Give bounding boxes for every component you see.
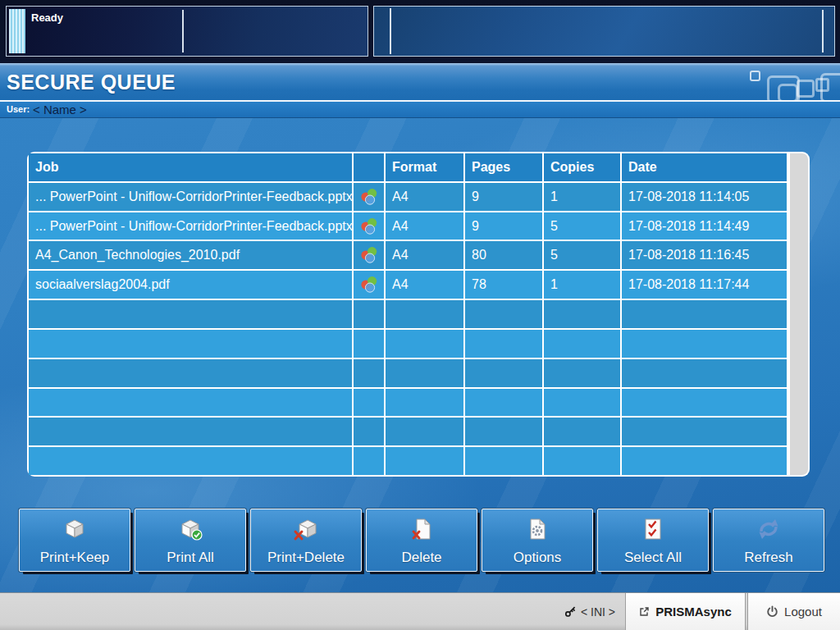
job-name-cell[interactable]: ... PowerPoint - Uniflow-CorridorPrinter…	[29, 212, 352, 240]
footer-bar: < INI > PRISMAsync Logout	[0, 592, 840, 630]
empty-cell	[622, 330, 787, 358]
job-date-cell[interactable]: 17-08-2018 11:14:49	[622, 212, 787, 240]
empty-cell	[622, 359, 787, 387]
column-header-format: Format	[386, 153, 463, 181]
prismasync-label: PRISMAsync	[655, 605, 732, 619]
refresh-icon	[756, 515, 782, 543]
user-bar: User: < Name >	[0, 102, 840, 118]
button-label: Options	[514, 550, 562, 566]
color-job-icon	[359, 217, 379, 235]
job-type-cell[interactable]	[354, 271, 384, 299]
print-keep-button[interactable]: Print+Keep	[19, 509, 130, 572]
panel-divider	[822, 10, 824, 52]
empty-cell	[354, 359, 384, 387]
user-name: < Name >	[33, 103, 87, 116]
color-job-icon	[359, 276, 379, 294]
empty-cell	[544, 389, 620, 417]
job-date-cell[interactable]: 17-08-2018 11:14:05	[622, 183, 787, 211]
empty-cell	[544, 447, 620, 475]
job-copies-cell[interactable]: 1	[544, 271, 620, 299]
job-copies-cell[interactable]: 5	[544, 212, 620, 240]
column-header-date: Date	[622, 153, 787, 181]
ini-label: < INI >	[581, 605, 615, 619]
window-decoration	[778, 84, 798, 100]
empty-cell	[354, 300, 384, 328]
secondary-status-panel	[373, 6, 835, 57]
empty-cell	[465, 359, 542, 387]
empty-cell	[354, 418, 384, 445]
printer-check-icon	[176, 515, 204, 543]
empty-cell	[544, 418, 620, 445]
job-copies-cell[interactable]: 1	[544, 183, 620, 211]
window-decoration	[797, 80, 815, 98]
delete-button[interactable]: Delete	[366, 509, 477, 572]
button-label: Select All	[624, 550, 682, 566]
prismasync-button[interactable]: PRISMAsync	[625, 593, 746, 630]
job-pages-cell[interactable]: 80	[465, 241, 542, 269]
status-strip: Ready	[0, 0, 840, 63]
button-label: Refresh	[744, 550, 793, 566]
job-format-cell[interactable]: A4	[386, 212, 463, 240]
external-link-icon	[639, 606, 650, 617]
column-header-icon	[354, 153, 384, 181]
logout-button[interactable]: Logout	[747, 593, 840, 630]
job-format-cell[interactable]: A4	[386, 241, 463, 269]
table-scrollbar[interactable]	[790, 153, 808, 475]
color-job-icon	[359, 246, 379, 264]
logout-label: Logout	[784, 605, 822, 619]
job-format-cell[interactable]: A4	[386, 183, 463, 211]
column-header-pages: Pages	[465, 153, 542, 181]
jobs-table: Job Format Pages Copies Date ... PowerPo…	[27, 152, 810, 477]
printer-delete-icon	[292, 515, 320, 543]
options-button[interactable]: Options	[482, 509, 593, 572]
printer-icon	[61, 515, 89, 543]
empty-cell	[386, 359, 463, 387]
select-all-button[interactable]: Select All	[597, 509, 709, 572]
power-icon	[766, 605, 778, 618]
empty-cell	[354, 330, 384, 358]
status-stripes-icon	[9, 9, 25, 53]
user-label: User:	[7, 104, 30, 114]
column-header-copies: Copies	[544, 153, 620, 181]
panel-divider	[390, 8, 391, 54]
job-date-cell[interactable]: 17-08-2018 11:16:45	[622, 241, 787, 269]
empty-cell	[386, 300, 463, 328]
empty-cell	[544, 330, 620, 358]
print-all-button[interactable]: Print All	[135, 509, 246, 572]
refresh-button[interactable]: Refresh	[713, 509, 824, 572]
action-button-bar: Print+Keep Print All Print+Delete Delete	[19, 509, 824, 572]
key-icon	[564, 605, 577, 618]
checklist-icon	[641, 515, 664, 543]
job-copies-cell[interactable]: 5	[544, 241, 620, 269]
empty-cell	[622, 418, 787, 445]
job-format-cell[interactable]: A4	[386, 271, 463, 299]
title-bar: SECURE QUEUE	[0, 63, 840, 100]
job-pages-cell[interactable]: 9	[465, 212, 542, 240]
empty-cell	[544, 300, 620, 328]
empty-cell	[29, 359, 352, 387]
job-name-cell[interactable]: ... PowerPoint - Uniflow-CorridorPrinter…	[29, 183, 352, 211]
empty-cell	[465, 418, 542, 445]
empty-cell	[386, 389, 463, 417]
empty-cell	[386, 418, 463, 445]
job-type-cell[interactable]	[354, 212, 384, 240]
print-delete-button[interactable]: Print+Delete	[250, 509, 362, 572]
document-delete-icon	[409, 515, 434, 543]
document-gear-icon	[525, 515, 550, 543]
job-pages-cell[interactable]: 9	[465, 183, 542, 211]
panel-divider	[182, 10, 184, 52]
window-decoration	[820, 73, 840, 100]
empty-cell	[386, 330, 463, 358]
button-label: Delete	[401, 550, 441, 566]
job-type-cell[interactable]	[354, 183, 384, 211]
button-label: Print All	[167, 550, 214, 566]
ready-status: Ready	[31, 11, 63, 24]
job-name-cell[interactable]: A4_Canon_Technologies_2010.pdf	[29, 241, 352, 269]
job-pages-cell[interactable]: 78	[465, 271, 542, 299]
empty-cell	[465, 300, 542, 328]
job-name-cell[interactable]: sociaalverslag2004.pdf	[29, 271, 352, 299]
empty-cell	[29, 330, 352, 358]
printer-status-panel: Ready	[6, 6, 368, 57]
job-date-cell[interactable]: 17-08-2018 11:17:44	[622, 271, 787, 299]
job-type-cell[interactable]	[354, 241, 384, 269]
